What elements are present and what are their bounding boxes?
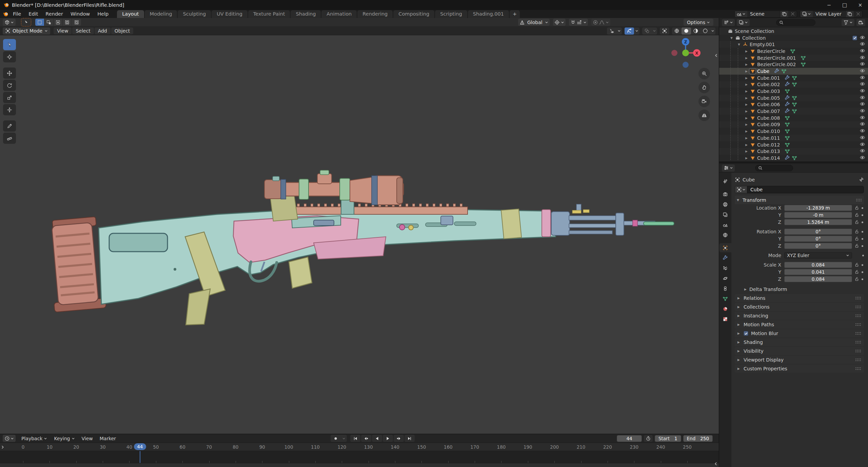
prop-value-field[interactable]: 0° — [784, 236, 852, 242]
animate-dot[interactable] — [862, 264, 863, 266]
gizmos-toggle[interactable] — [625, 27, 639, 35]
viewport-menu-view[interactable]: View — [54, 27, 72, 34]
viewport-menu-object[interactable]: Object — [111, 27, 134, 34]
tool-move[interactable] — [3, 67, 16, 79]
menu-window[interactable]: Window — [67, 11, 94, 17]
expand-toggle[interactable]: ▶ — [744, 96, 749, 100]
outliner-search-input[interactable] — [776, 19, 815, 26]
xray-toggle[interactable] — [660, 27, 669, 35]
workspace-tab-compositing[interactable]: Compositing — [393, 10, 434, 18]
options-dropdown[interactable]: Options — [684, 19, 713, 26]
select-mode-new-button[interactable] — [35, 19, 44, 26]
pan-button[interactable] — [698, 82, 710, 93]
collection-checkbox[interactable] — [852, 36, 857, 40]
workspace-tab-sculpting[interactable]: Sculpting — [178, 10, 211, 18]
select-mode-invert-button[interactable] — [63, 19, 72, 26]
shading-options-button[interactable] — [710, 27, 715, 35]
navigation-gizmo[interactable]: Z X — [665, 37, 706, 71]
tool-cursor[interactable] — [3, 51, 16, 62]
zoom-button[interactable] — [698, 68, 710, 79]
current-frame-indicator[interactable]: 44 — [134, 443, 146, 450]
panel-collections[interactable]: ▶ Collections — [735, 303, 864, 311]
outliner-row[interactable]: ▶ BezierCircle.001 — [719, 55, 868, 61]
hide-in-viewport-toggle[interactable] — [860, 55, 865, 61]
workspace-tab-scripting[interactable]: Scripting — [435, 10, 467, 18]
outliner-row[interactable]: ▶ Cube.001 — [719, 75, 868, 81]
properties-tab-modifiers[interactable] — [719, 253, 731, 262]
panel-relations[interactable]: ▶ Relations — [735, 294, 864, 302]
drag-handle-icon[interactable] — [856, 198, 862, 202]
expand-toggle[interactable]: ▶ — [744, 123, 749, 126]
hide-in-viewport-toggle[interactable] — [860, 155, 865, 161]
active-tool-button[interactable] — [22, 19, 31, 26]
animate-dot[interactable] — [862, 231, 863, 233]
view-layer-browse-button[interactable] — [800, 11, 813, 17]
hide-in-viewport-toggle[interactable] — [860, 68, 865, 75]
expand-toggle[interactable]: ▶ — [744, 70, 749, 73]
prop-value-field[interactable]: 0° — [784, 243, 852, 249]
timeline-menu-marker[interactable]: Marker — [97, 435, 119, 442]
drag-handle-icon[interactable] — [855, 340, 861, 344]
properties-tab-world[interactable] — [719, 230, 731, 239]
object-id-dropdown[interactable] — [735, 186, 747, 193]
properties-tab-tool[interactable] — [719, 177, 731, 186]
animate-dot[interactable] — [862, 271, 863, 273]
prop-value-field[interactable]: -0 m — [784, 212, 852, 218]
timeline-menu-view[interactable]: View — [79, 435, 96, 442]
minimize-button[interactable]: − — [821, 0, 837, 10]
properties-editor-type-button[interactable] — [722, 164, 735, 172]
view-layer-name[interactable]: View Layer — [813, 11, 845, 17]
scene-browse-button[interactable] — [735, 11, 747, 17]
outliner-filter-button[interactable] — [842, 19, 854, 26]
expand-toggle[interactable]: ▶ — [744, 130, 749, 133]
outliner-row[interactable]: ▶ BezierCircle — [719, 48, 868, 55]
expand-toggle[interactable]: ▶ — [744, 50, 749, 53]
panel-custom-properties[interactable]: ▶ Custom Properties — [735, 365, 864, 373]
prop-value-field[interactable]: 1.5264 m — [784, 219, 852, 225]
tool-measure[interactable] — [3, 133, 16, 144]
panel-visibility[interactable]: ▶ Visibility — [735, 347, 864, 355]
animate-dot[interactable] — [862, 245, 863, 247]
hide-in-viewport-toggle[interactable] — [860, 128, 865, 135]
drag-handle-icon[interactable] — [855, 296, 861, 300]
jump-to-end-button[interactable] — [405, 435, 415, 442]
tool-rotate[interactable] — [3, 80, 16, 91]
play-button[interactable] — [383, 435, 393, 442]
use-preview-range-button[interactable] — [644, 435, 653, 442]
scene-unlink-button[interactable] — [788, 11, 797, 17]
hide-in-viewport-toggle[interactable] — [860, 48, 865, 55]
properties-tab-material[interactable] — [719, 304, 731, 313]
properties-tab-object[interactable] — [719, 243, 731, 252]
hide-in-viewport-toggle[interactable] — [860, 148, 865, 155]
scene-copy-button[interactable] — [780, 11, 788, 17]
shading-solid-button[interactable] — [682, 27, 691, 35]
frame-start-field[interactable]: Start 1 — [655, 435, 681, 442]
expand-toggle[interactable]: ▶ — [744, 136, 749, 140]
animate-dot[interactable] — [862, 278, 863, 280]
prop-value-field[interactable]: 0.084 — [784, 276, 852, 282]
outliner-row[interactable]: ▶ Cube.013 — [719, 148, 868, 155]
timeline-channel-arrow[interactable] — [1, 445, 4, 450]
shading-material-button[interactable] — [691, 27, 701, 35]
orientation-dropdown[interactable]: Global — [518, 19, 550, 26]
expand-toggle[interactable]: ▶ — [744, 76, 749, 80]
prev-keyframe-button[interactable] — [361, 435, 371, 442]
outliner-filter-id-button[interactable] — [737, 19, 750, 26]
outliner-row[interactable]: ▶ Cube.005 — [719, 95, 868, 101]
properties-search-input[interactable] — [755, 165, 793, 171]
properties-tab-physics[interactable] — [719, 274, 731, 283]
animate-dot[interactable] — [862, 214, 863, 216]
hide-in-viewport-toggle[interactable] — [860, 141, 865, 148]
object-name-field[interactable]: Cube — [747, 186, 864, 193]
expand-toggle[interactable]: ▶ — [744, 103, 749, 106]
properties-tab-render[interactable] — [719, 190, 731, 199]
panel-checkbox[interactable] — [744, 331, 748, 336]
select-mode-subtract-button[interactable] — [54, 19, 63, 26]
proportional-editing-group[interactable] — [591, 19, 610, 26]
hide-in-viewport-toggle[interactable] — [860, 75, 865, 81]
menu-file[interactable]: File — [9, 11, 25, 17]
select-mode-intersect-button[interactable] — [72, 19, 81, 26]
menu-edit[interactable]: Edit — [25, 11, 42, 17]
viewport-menu-select[interactable]: Select — [72, 27, 94, 34]
outliner-row[interactable]: ▶ Cube.010 — [719, 128, 868, 135]
